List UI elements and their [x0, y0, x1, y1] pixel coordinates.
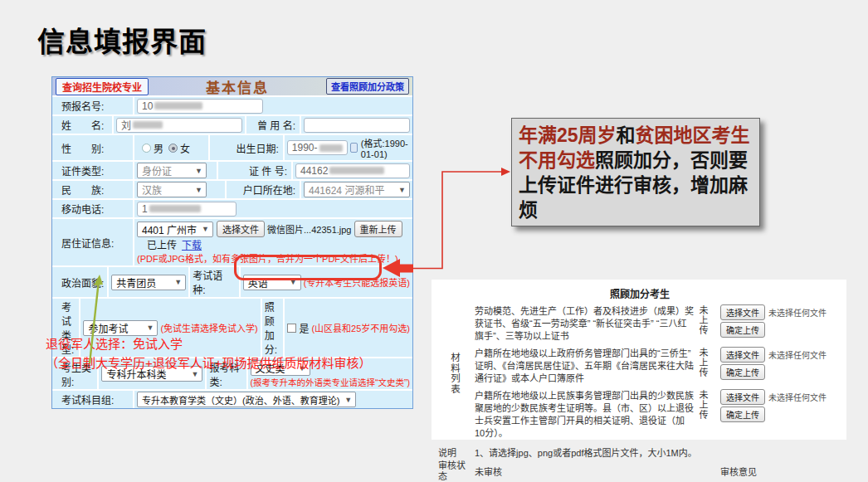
row-preid: 预报名号: 10: [52, 97, 412, 116]
preid-value: 10: [142, 100, 153, 112]
row-idtype-idno: 证件类型: 身份证▼ 证 件 号: 44162: [52, 162, 412, 181]
upload-status: 未上传: [697, 348, 709, 377]
row-gender-birth: 性 别: 男 女 出生日期: 1990- (格式:1990-01-01): [52, 135, 412, 162]
gender-female-text: 女: [180, 141, 190, 155]
no-file-text: 未选择任何文件: [768, 348, 827, 361]
row-residence: 居住证信息: 4401 广州市▼ 选择文件 微信图片...42351.jpg 重…: [52, 219, 412, 267]
annotation-callout: 年满25周岁和贫困地区考生不用勾选照顾加分，否则要上传证件进行审核，增加麻烦: [511, 118, 760, 226]
row-ethnic-household: 民 族: 汉族▼ 户口所在地: 441624 河源和平▼: [52, 181, 412, 200]
chevron-down-icon: ▼: [174, 278, 182, 286]
redacted-value: [133, 121, 163, 129]
id-type-select[interactable]: 身份证▼: [137, 163, 207, 178]
mobile-input[interactable]: 1: [137, 202, 237, 217]
preid-label: 预报名号:: [52, 97, 134, 114]
material-list-label: 材料列表: [438, 304, 471, 443]
panel-title: 照顾加分考生: [438, 286, 841, 300]
confirm-upload-button[interactable]: 确定上传: [720, 364, 765, 380]
birth-format-note: (格式:1990-01-01): [361, 136, 410, 159]
screenshot-root: { "page": { "title": "信息填报界面" }, "form":…: [0, 0, 868, 482]
residence-choose-file-button[interactable]: 选择文件: [217, 221, 265, 237]
birth-input[interactable]: 1990-: [287, 140, 348, 155]
chevron-down-icon: ▼: [146, 324, 154, 332]
residence-filename: 微信图片...42351.jpg: [267, 222, 352, 236]
residence-upload-status: 已上传: [147, 237, 177, 251]
row-name: 姓 名: 刘 曾 用 名:: [52, 116, 412, 135]
bonus-note: (山区县和25岁不用勾选): [311, 321, 410, 334]
form-header: 查询招生院校专业 基本信息 查看照顾加分政策: [52, 77, 412, 97]
exam-type-select[interactable]: 参加考试▼: [83, 320, 158, 336]
redacted-value: [329, 167, 384, 174]
exam-lang-select[interactable]: 英语▼: [243, 275, 301, 290]
redacted-value: [154, 102, 202, 110]
chevron-down-icon: ▼: [195, 167, 202, 175]
redacted-value: [149, 205, 201, 212]
view-bonus-policy-button[interactable]: 查看照顾加分政策: [326, 78, 409, 95]
exam-lang-note: (专升本考生只能选报英语): [304, 275, 410, 289]
id-type-label: 证件类型:: [52, 162, 134, 179]
birth-label: 出生日期:: [208, 135, 285, 160]
chevron-down-icon: ▼: [290, 278, 297, 286]
politics-select[interactable]: 共青团员▼: [111, 275, 186, 290]
politics-label: 政治面貌:: [52, 267, 109, 297]
choose-file-button[interactable]: 选择文件: [720, 389, 765, 405]
upload-status: 未上传: [697, 390, 709, 420]
chevron-down-icon: ▼: [344, 396, 352, 404]
ethnic-label: 民 族:: [52, 181, 134, 198]
upload-status: 未上传: [697, 305, 709, 335]
exam-lang-label: 考试语种:: [188, 267, 240, 297]
id-no-value: 44162: [300, 165, 328, 177]
material-item-text: 劳动模范、先进生产（工作）者及科技进步（成果）奖获证书、省级“五一劳动奖章” “…: [475, 304, 694, 346]
note-label: 说明: [438, 445, 471, 459]
preid-input[interactable]: 10: [137, 99, 263, 114]
residence-city-select[interactable]: 4401 广州市▼: [137, 222, 213, 237]
veteran-note: 退役军人选择：免试入学 （全日制大专学历+退役军人证+现场提供纸质版材料审核）: [46, 334, 372, 372]
gender-male-radio[interactable]: [142, 144, 151, 153]
upload-controls: 选择文件 未选择任何文件 确定上传: [720, 388, 841, 443]
household-select[interactable]: 441624 河源和平▼: [304, 182, 410, 197]
id-no-label: 证 件 号:: [217, 162, 293, 179]
row-subject-group: 考试科目组: 专升本教育学类（文史）(政治、外语、教育理论)▼: [52, 391, 412, 408]
subject-group-label: 考试科目组:: [52, 391, 134, 408]
choose-file-button[interactable]: 选择文件: [720, 304, 765, 320]
query-colleges-button[interactable]: 查询招生院校专业: [56, 78, 149, 95]
apply-cat-note: (报考专升本的外语类专业请选择“文史类”): [251, 376, 411, 388]
red-connector-line: [412, 172, 503, 269]
residence-label: 居住证信息:: [52, 219, 134, 265]
choose-file-button[interactable]: 选择文件: [720, 347, 765, 363]
material-item-text: 户籍所在地地级以上政府侨务管理部门出具的“三侨生”证明、《台湾居民居住证》、五年…: [475, 346, 694, 388]
bonus-checkbox[interactable]: [287, 324, 296, 333]
ethnic-select[interactable]: 汉族▼: [137, 182, 207, 197]
confirm-upload-button[interactable]: 确定上传: [720, 322, 765, 338]
bonus-material-panel: 照顾加分考生 材料列表 劳动模范、先进生产（工作）者及科技进步（成果）奖获证书、…: [432, 280, 846, 440]
name-input[interactable]: 刘: [116, 118, 242, 133]
mobile-label: 移动电话:: [52, 200, 134, 217]
red-arrowhead-right: [501, 168, 510, 176]
used-name-input[interactable]: [304, 118, 410, 133]
chevron-down-icon: ▼: [195, 186, 202, 194]
subject-group-select[interactable]: 专升本教育学类（文史）(政治、外语、教育理论)▼: [137, 392, 356, 407]
veteran-note-line2: （全日制大专学历+退役军人证+现场提供纸质版材料审核）: [46, 353, 372, 372]
calendar-icon[interactable]: [350, 143, 358, 153]
residence-note: (PDF或JPG格式，如有多张图片，合并为一个PDF文件后上传！): [137, 251, 410, 265]
row-mobile: 移动电话: 1: [52, 200, 412, 219]
material-item-text: 户籍所在地地级以上民族事务管理部门出具的少数民族聚居地的少数民族考生证明等。县（…: [475, 388, 694, 443]
id-no-input[interactable]: 44162: [295, 163, 410, 178]
name-label: 姓 名:: [52, 116, 114, 134]
bonus-checkbox-text: 是: [299, 321, 309, 335]
chevron-down-icon: ▼: [202, 225, 209, 233]
annotation-red-1: 年满25周岁: [519, 124, 617, 146]
audit-status-value: 未审核: [475, 465, 717, 478]
gender-female-radio[interactable]: [168, 144, 178, 153]
form-title: 基本信息: [206, 76, 269, 97]
veteran-note-line1: 退役军人选择：免试入学: [46, 334, 372, 353]
row-politics-lang: 政治面貌: 共青团员▼ 考试语种: 英语▼ (专升本考生只能选报英语): [52, 267, 412, 299]
no-file-text: 未选择任何文件: [768, 391, 827, 403]
name-value: 刘: [121, 118, 131, 132]
residence-download-link[interactable]: 下载: [182, 237, 202, 251]
gender-label: 性 别:: [52, 135, 134, 160]
residence-reupload-button[interactable]: 重新上传: [354, 221, 402, 237]
mobile-value: 1: [142, 203, 148, 215]
confirm-upload-button[interactable]: 确定上传: [720, 407, 765, 422]
no-file-text: 未选择任何文件: [768, 306, 827, 319]
exam-type-note: (免试生请选择免试入学): [160, 321, 257, 334]
